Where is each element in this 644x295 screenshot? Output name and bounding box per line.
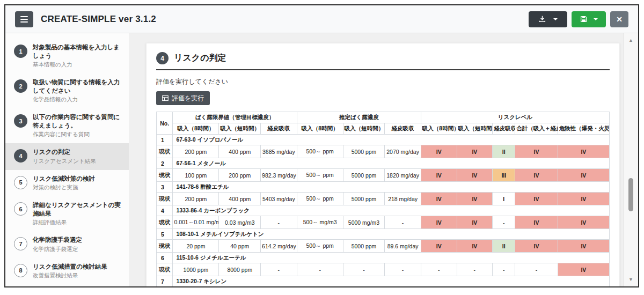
sidebar-step-1[interactable]: 1対象製品の基本情報を入力しましょう基本情報の入力 (5, 39, 129, 73)
section-number-badge: 4 (156, 52, 169, 64)
table-icon (162, 95, 169, 101)
main-area: 4 リスクの判定 評価を実行してください 評価を実行 (129, 33, 638, 286)
sidebar-step-4[interactable]: 4リスクの判定リスクアセスメント結果 (5, 143, 129, 170)
substance-no: 3 (157, 182, 173, 193)
col-group-exposure-limit: ばく露限界値（管理目標濃度） (173, 112, 297, 123)
substance-no: 1 (157, 135, 173, 145)
value-cell: 2070 mg/day (385, 145, 421, 158)
substance-name: 108-10-1 メチルイソブチルケトン (173, 229, 610, 240)
sidebar-step-6[interactable]: 6詳細なリスクアセスメントの実施結果詳細評価結果 (5, 196, 129, 231)
risk-level-cell: I (493, 193, 515, 205)
hamburger-icon (20, 16, 28, 17)
status-row-4: 現状0.001～0.01 mg/m30.03 mg/m3-500～ mg/m35… (157, 216, 610, 229)
step-title: リスク低減措置の検討結果 (33, 263, 107, 271)
risk-level-cell: IV (421, 169, 457, 182)
step-subtitle: 対策の検討と実施 (33, 184, 95, 191)
risk-level-cell: - (515, 263, 558, 276)
col-no: No. (157, 112, 173, 135)
step-number-badge: 4 (14, 149, 27, 163)
scroll-down-icon[interactable]: ▼ (624, 277, 638, 282)
value-cell: 500～ mg/m3 (297, 216, 343, 229)
value-cell: 0.001～0.01 mg/m3 (173, 216, 219, 229)
sidebar-step-8[interactable]: 8リスク低減措置の検討結果改善措置検討結果 (5, 258, 129, 285)
risk-level-cell: IV (515, 193, 558, 205)
status-row-5: 現状20 ppm40 ppm614.2 mg/day500～ ppm5000 p… (157, 240, 610, 253)
risk-level-cell: IV (558, 145, 609, 158)
value-cell: 5000 mg/m3 (343, 216, 385, 229)
download-icon (539, 16, 546, 23)
risk-level-cell: IV (558, 193, 609, 205)
download-button[interactable] (529, 11, 567, 27)
status-label: 現状 (157, 263, 173, 276)
risk-level-cell: II (493, 145, 515, 158)
section-header: 4 リスクの判定 (156, 52, 610, 70)
chevron-down-icon (553, 18, 558, 20)
value-cell: 5000 ppm (343, 145, 385, 158)
sub-header-cell: 吸入（短時間） (457, 123, 493, 135)
substance-row-7: 71330-20-7 キシレン (157, 276, 610, 287)
status-label: 現状 (157, 240, 173, 253)
col-group-risk-level: リスクレベル (421, 112, 609, 123)
col-group-estimated-exposure: 推定ばく露濃度 (297, 112, 421, 123)
risk-level-cell: - (493, 216, 515, 229)
run-evaluation-button[interactable]: 評価を実行 (156, 91, 210, 105)
substance-row-6: 6115-10-6 ジメチルエーテル (157, 253, 610, 263)
value-cell: 218 mg/day (385, 193, 421, 205)
risk-level-cell: IV (457, 240, 493, 253)
substance-row-4: 41333-86-4 カーボンブラック (157, 205, 610, 216)
sub-header-cell: 経皮吸収 (385, 123, 421, 135)
step-subtitle: 作業内容に関する質問 (33, 131, 121, 138)
close-button[interactable]: ✕ (610, 11, 628, 27)
value-cell: - (385, 216, 421, 229)
risk-level-cell: IV (421, 240, 457, 253)
substance-no: 4 (157, 205, 173, 216)
substance-no: 2 (157, 158, 173, 169)
risk-level-cell: IV (421, 145, 457, 158)
substance-name: 1333-86-4 カーボンブラック (173, 205, 610, 216)
risk-level-cell: II (493, 240, 515, 253)
sidebar-step-5[interactable]: 5リスク低減対策の検討対策の検討と実施 (5, 170, 129, 197)
sub-header-cell: 吸入（8時間） (421, 123, 457, 135)
sub-header-cell: 吸入（8時間） (173, 123, 219, 135)
chevron-down-icon (594, 18, 598, 20)
save-icon (580, 16, 587, 23)
step-subtitle: 基本情報の入力 (33, 61, 121, 69)
value-cell: 5000 ppm (343, 193, 385, 205)
step-number-badge: 3 (14, 114, 27, 128)
status-label: 現状 (157, 216, 173, 229)
status-row-1: 現状200 ppm400 ppm3685 mg/day500～ ppm5000 … (157, 145, 610, 158)
save-button[interactable] (572, 11, 606, 27)
substance-no: 6 (157, 253, 173, 263)
risk-level-cell: IV (515, 169, 558, 182)
step-number-badge: 7 (14, 237, 27, 250)
value-cell: 5403 mg/day (261, 193, 297, 205)
sidebar-step-7[interactable]: 7化学防護手袋選定化学防護手袋選定 (5, 231, 129, 258)
header-actions: ✕ (529, 11, 628, 27)
step-subtitle: 詳細評価結果 (33, 219, 121, 226)
value-cell: - (343, 263, 385, 276)
value-cell: 40 ppm (219, 240, 261, 253)
sub-header-cell: 吸入（短時間） (219, 123, 261, 135)
step-title: 詳細なリスクアセスメントの実施結果 (33, 201, 121, 218)
section-title: リスクの判定 (174, 53, 226, 64)
menu-button[interactable] (15, 11, 33, 27)
value-cell: 1820 mg/day (385, 169, 421, 182)
status-label: 現状 (157, 169, 173, 182)
scroll-up-icon[interactable]: ▲ (624, 38, 638, 43)
step-title: 以下の作業内容に関する質問に答えましょう。 (33, 113, 121, 130)
substance-row-3: 3141-78-6 酢酸エチル (157, 182, 610, 193)
step-title: リスク低減対策の検討 (33, 175, 95, 183)
vertical-scrollbar[interactable]: ▲ ▼ (623, 33, 638, 286)
sidebar-step-3[interactable]: 3以下の作業内容に関する質問に答えましょう。作業内容に関する質問 (5, 108, 129, 143)
risk-level-cell: IV (515, 216, 558, 229)
value-cell: - (261, 216, 297, 229)
instruction-text: 評価を実行してください (156, 77, 610, 86)
value-cell: 5000 ppm (343, 169, 385, 182)
risk-level-cell: IV (421, 193, 457, 205)
sub-header-cell: 経皮吸収 (493, 123, 515, 135)
step-subtitle: 改善措置検討結果 (33, 272, 107, 279)
sidebar-step-2[interactable]: 2取扱い物質に関する情報を入力してください化学品情報の入力 (5, 73, 129, 108)
value-cell: 20 ppm (173, 240, 219, 253)
scrollbar-thumb[interactable] (628, 178, 633, 211)
risk-level-cell: IV (558, 216, 609, 229)
